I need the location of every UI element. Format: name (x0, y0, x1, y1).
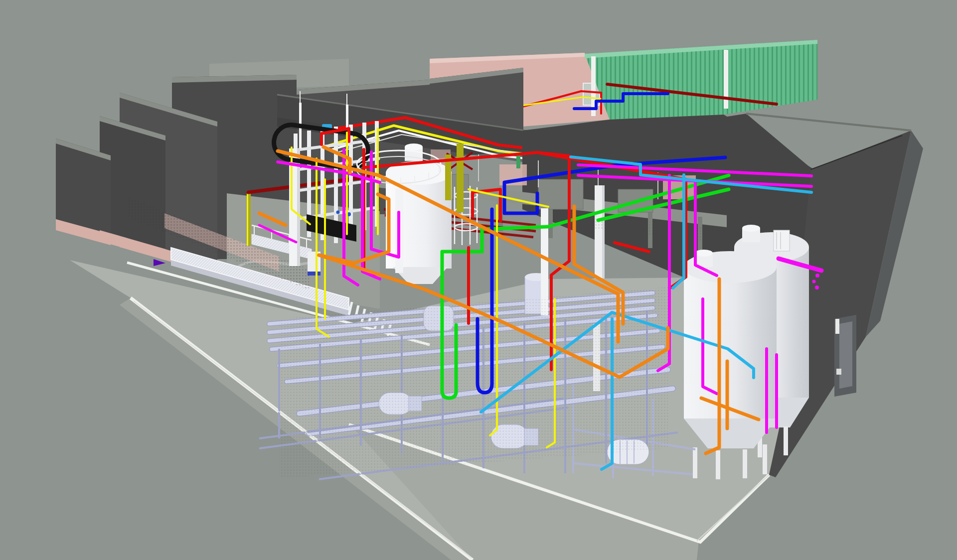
cad-viewport[interactable] (0, 0, 957, 560)
valve-handle (336, 211, 340, 214)
olive-riser (457, 143, 464, 212)
mixer-motor (774, 230, 790, 251)
equipment-box (538, 179, 583, 209)
green-strip (516, 155, 520, 168)
